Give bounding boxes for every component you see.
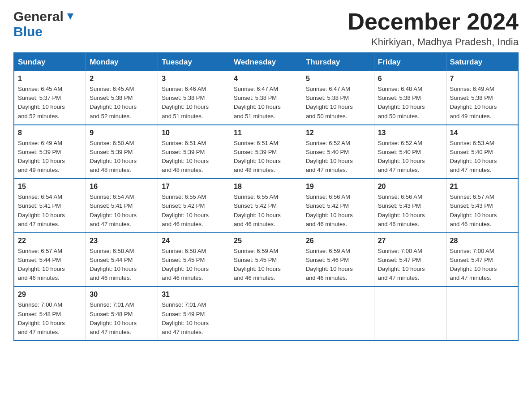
day-number: 26 — [306, 237, 370, 245]
table-row: 16Sunrise: 6:54 AMSunset: 5:41 PMDayligh… — [86, 179, 158, 233]
table-row: 4Sunrise: 6:47 AMSunset: 5:38 PMDaylight… — [230, 71, 302, 125]
day-info: Sunrise: 6:50 AMSunset: 5:39 PMDaylight:… — [90, 139, 154, 175]
table-row: 1Sunrise: 6:45 AMSunset: 5:37 PMDaylight… — [14, 71, 86, 125]
calendar-week-row: 15Sunrise: 6:54 AMSunset: 5:41 PMDayligh… — [14, 179, 518, 233]
day-number: 21 — [450, 183, 514, 191]
col-friday: Friday — [374, 53, 446, 71]
col-sunday: Sunday — [14, 53, 86, 71]
table-row: 5Sunrise: 6:47 AMSunset: 5:38 PMDaylight… — [302, 71, 374, 125]
table-row — [230, 287, 302, 341]
day-info: Sunrise: 6:54 AMSunset: 5:41 PMDaylight:… — [18, 193, 82, 229]
location-title: Khirkiyan, Madhya Pradesh, India — [348, 36, 519, 48]
day-info: Sunrise: 6:56 AMSunset: 5:43 PMDaylight:… — [378, 193, 442, 229]
table-row: 15Sunrise: 6:54 AMSunset: 5:41 PMDayligh… — [14, 179, 86, 233]
table-row: 28Sunrise: 7:00 AMSunset: 5:47 PMDayligh… — [446, 233, 518, 287]
title-section: December 2024 Khirkiyan, Madhya Pradesh,… — [348, 9, 519, 48]
day-number: 28 — [450, 237, 514, 245]
day-number: 25 — [234, 237, 298, 245]
table-row: 12Sunrise: 6:52 AMSunset: 5:40 PMDayligh… — [302, 125, 374, 179]
day-number: 11 — [234, 129, 298, 137]
day-info: Sunrise: 6:56 AMSunset: 5:42 PMDaylight:… — [306, 193, 370, 229]
table-row: 21Sunrise: 6:57 AMSunset: 5:43 PMDayligh… — [446, 179, 518, 233]
day-info: Sunrise: 6:48 AMSunset: 5:38 PMDaylight:… — [378, 85, 442, 121]
day-info: Sunrise: 6:58 AMSunset: 5:45 PMDaylight:… — [162, 247, 226, 283]
day-info: Sunrise: 6:46 AMSunset: 5:38 PMDaylight:… — [162, 85, 226, 121]
day-info: Sunrise: 6:52 AMSunset: 5:40 PMDaylight:… — [306, 139, 370, 175]
day-number: 16 — [90, 183, 154, 191]
day-number: 29 — [18, 291, 82, 299]
calendar-header-row: Sunday Monday Tuesday Wednesday Thursday… — [14, 53, 518, 71]
day-number: 15 — [18, 183, 82, 191]
day-info: Sunrise: 6:54 AMSunset: 5:41 PMDaylight:… — [90, 193, 154, 229]
day-number: 18 — [234, 183, 298, 191]
table-row: 26Sunrise: 6:59 AMSunset: 5:46 PMDayligh… — [302, 233, 374, 287]
logo-general-text: General — [13, 9, 64, 24]
day-number: 31 — [162, 291, 226, 299]
day-number: 5 — [306, 75, 370, 83]
svg-marker-0 — [67, 13, 73, 20]
col-wednesday: Wednesday — [230, 53, 302, 71]
table-row: 8Sunrise: 6:49 AMSunset: 5:39 PMDaylight… — [14, 125, 86, 179]
table-row: 7Sunrise: 6:49 AMSunset: 5:38 PMDaylight… — [446, 71, 518, 125]
day-number: 27 — [378, 237, 442, 245]
calendar-week-row: 22Sunrise: 6:57 AMSunset: 5:44 PMDayligh… — [14, 233, 518, 287]
day-info: Sunrise: 6:53 AMSunset: 5:40 PMDaylight:… — [450, 139, 514, 175]
col-thursday: Thursday — [302, 53, 374, 71]
day-number: 23 — [90, 237, 154, 245]
day-info: Sunrise: 6:51 AMSunset: 5:39 PMDaylight:… — [234, 139, 298, 175]
table-row: 13Sunrise: 6:52 AMSunset: 5:40 PMDayligh… — [374, 125, 446, 179]
day-info: Sunrise: 7:01 AMSunset: 5:49 PMDaylight:… — [162, 300, 226, 337]
table-row: 11Sunrise: 6:51 AMSunset: 5:39 PMDayligh… — [230, 125, 302, 179]
month-title: December 2024 — [348, 9, 519, 34]
table-row: 25Sunrise: 6:59 AMSunset: 5:45 PMDayligh… — [230, 233, 302, 287]
day-number: 30 — [90, 291, 154, 299]
logo-blue-text: Blue — [13, 24, 43, 39]
day-info: Sunrise: 7:00 AMSunset: 5:48 PMDaylight:… — [18, 300, 82, 337]
day-number: 1 — [18, 75, 82, 83]
table-row: 29Sunrise: 7:00 AMSunset: 5:48 PMDayligh… — [14, 287, 86, 341]
day-info: Sunrise: 6:57 AMSunset: 5:43 PMDaylight:… — [450, 193, 514, 229]
calendar-week-row: 8Sunrise: 6:49 AMSunset: 5:39 PMDaylight… — [14, 125, 518, 179]
day-info: Sunrise: 7:00 AMSunset: 5:47 PMDaylight:… — [378, 247, 442, 283]
day-number: 22 — [18, 237, 82, 245]
day-number: 17 — [162, 183, 226, 191]
day-info: Sunrise: 6:51 AMSunset: 5:39 PMDaylight:… — [162, 139, 226, 175]
day-info: Sunrise: 6:58 AMSunset: 5:44 PMDaylight:… — [90, 247, 154, 283]
table-row: 10Sunrise: 6:51 AMSunset: 5:39 PMDayligh… — [158, 125, 230, 179]
table-row: 3Sunrise: 6:46 AMSunset: 5:38 PMDaylight… — [158, 71, 230, 125]
day-number: 10 — [162, 129, 226, 137]
table-row: 14Sunrise: 6:53 AMSunset: 5:40 PMDayligh… — [446, 125, 518, 179]
table-row: 22Sunrise: 6:57 AMSunset: 5:44 PMDayligh… — [14, 233, 86, 287]
day-info: Sunrise: 6:49 AMSunset: 5:38 PMDaylight:… — [450, 85, 514, 121]
table-row — [446, 287, 518, 341]
page-header: General Blue December 2024 Khirkiyan, Ma… — [13, 9, 519, 48]
table-row — [374, 287, 446, 341]
day-info: Sunrise: 7:01 AMSunset: 5:48 PMDaylight:… — [90, 300, 154, 337]
logo: General Blue — [13, 9, 75, 39]
day-info: Sunrise: 6:59 AMSunset: 5:46 PMDaylight:… — [306, 247, 370, 283]
day-number: 24 — [162, 237, 226, 245]
day-info: Sunrise: 6:47 AMSunset: 5:38 PMDaylight:… — [306, 85, 370, 121]
table-row — [302, 287, 374, 341]
logo-triangle-icon — [65, 12, 75, 23]
table-row: 18Sunrise: 6:55 AMSunset: 5:42 PMDayligh… — [230, 179, 302, 233]
col-monday: Monday — [86, 53, 158, 71]
day-number: 20 — [378, 183, 442, 191]
table-row: 24Sunrise: 6:58 AMSunset: 5:45 PMDayligh… — [158, 233, 230, 287]
day-info: Sunrise: 6:45 AMSunset: 5:38 PMDaylight:… — [90, 85, 154, 121]
day-info: Sunrise: 6:55 AMSunset: 5:42 PMDaylight:… — [162, 193, 226, 229]
day-info: Sunrise: 6:52 AMSunset: 5:40 PMDaylight:… — [378, 139, 442, 175]
day-number: 2 — [90, 75, 154, 83]
day-number: 4 — [234, 75, 298, 83]
calendar-week-row: 1Sunrise: 6:45 AMSunset: 5:37 PMDaylight… — [14, 71, 518, 125]
col-saturday: Saturday — [446, 53, 518, 71]
day-number: 7 — [450, 75, 514, 83]
day-number: 9 — [90, 129, 154, 137]
day-info: Sunrise: 6:57 AMSunset: 5:44 PMDaylight:… — [18, 247, 82, 283]
table-row: 31Sunrise: 7:01 AMSunset: 5:49 PMDayligh… — [158, 287, 230, 341]
table-row: 6Sunrise: 6:48 AMSunset: 5:38 PMDaylight… — [374, 71, 446, 125]
day-number: 3 — [162, 75, 226, 83]
day-info: Sunrise: 6:49 AMSunset: 5:39 PMDaylight:… — [18, 139, 82, 175]
day-number: 13 — [378, 129, 442, 137]
day-info: Sunrise: 6:45 AMSunset: 5:37 PMDaylight:… — [18, 85, 82, 121]
